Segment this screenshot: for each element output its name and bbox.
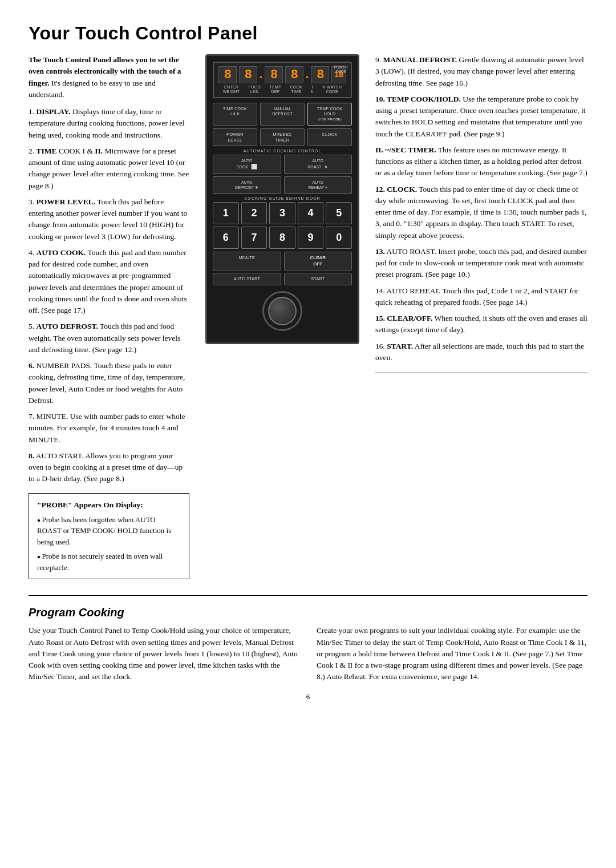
start-btn[interactable]: START: [284, 273, 352, 285]
num-btn-3[interactable]: 3: [269, 202, 295, 224]
item-7: 7. MINUTE. Use with number pads to enter…: [29, 411, 189, 446]
item-6: 6. NUMBER PADS. Touch these pads to ente…: [29, 360, 189, 406]
program-cooking-columns: Use your Touch Control Panel to Temp Coo…: [29, 625, 587, 683]
program-cooking-left: Use your Touch Control Panel to Temp Coo…: [29, 625, 299, 683]
cooking-guide-label: COOKING GUIDE BEHIND DOOR: [213, 196, 352, 200]
auto-cook-btn[interactable]: AUTO COOK ⬜: [213, 155, 281, 173]
minute-btn[interactable]: MINUTE: [213, 252, 281, 271]
item-12: 12. CLOCK. Touch this pad to enter time …: [375, 184, 587, 241]
item-2: 2. TIME COOK I & II. Microwave for a pre…: [29, 146, 189, 192]
auto-defrost-btn[interactable]: AUTO DEFROST ❄: [213, 176, 281, 195]
auto-row-1: AUTO COOK ⬜ AUTO ROAST ∧: [213, 155, 352, 173]
item-3: 3. POWER LEVEL. Touch this pad before en…: [29, 196, 189, 243]
auto-roast-btn[interactable]: AUTO ROAST ∧: [284, 155, 352, 173]
section-divider: [375, 373, 587, 373]
time-cook-btn[interactable]: TIME COOKI & II: [213, 103, 257, 126]
probe-list: Probe has been forgotten when AUTO ROAST…: [37, 514, 181, 574]
intro-paragraph: The Touch Control Panel allows you to se…: [29, 54, 189, 100]
digit-1: 8: [218, 66, 237, 83]
left-column: The Touch Control Panel allows you to se…: [29, 54, 200, 579]
item-13: 13. AUTO ROAST. Insert probe, touch this…: [375, 246, 587, 281]
probe-box: "PROBE" Appears On Display: Probe has be…: [29, 493, 189, 580]
item-4: 4. AUTO COOK. Touch this pad and then nu…: [29, 247, 189, 317]
num-btn-7[interactable]: 7: [241, 227, 268, 249]
auto-cooking-label: AUTOMATIC COOKING CONTROL: [213, 149, 352, 153]
display-row: POWERCODE 8 8 . 8 8 . 8 1B ENTERWEIGHT F…: [213, 62, 352, 98]
lbl-i: III: [311, 85, 314, 95]
colon-sep: .: [260, 65, 263, 83]
num-btn-6[interactable]: 6: [213, 227, 239, 249]
item-11: II. ~/SEC TIMER. This feature uses no mi…: [375, 144, 587, 179]
center-column: POWERCODE 8 8 . 8 8 . 8 1B ENTERWEIGHT F…: [200, 54, 365, 579]
page-number: 6: [29, 692, 587, 701]
numpad: 1 2 3 4 5 6 7 8 9 0: [213, 202, 352, 249]
button-row-2: POWERLEVEL MIN/SECTIMER CLOCK: [213, 128, 352, 147]
auto-start-btn[interactable]: AUTO START: [213, 273, 281, 285]
bottom-row-1: MINUTE CLEAROFF: [213, 252, 352, 271]
item-16: 16. START. After all selections are made…: [375, 341, 587, 364]
num-btn-9[interactable]: 9: [298, 227, 324, 249]
item-5: 5. AUTO DEFROST. Touch this pad and food…: [29, 321, 189, 356]
num-btn-2[interactable]: 2: [241, 202, 268, 224]
program-cooking-section: Program Cooking Use your Touch Control P…: [29, 595, 587, 683]
probe-title: "PROBE" Appears On Display:: [37, 499, 181, 511]
lbl-temp: TEMPDEF: [269, 85, 281, 95]
numbered-list-left: 1. DISPLAY. Displays time of day, time o…: [29, 106, 189, 485]
lbl-cook: COOKTIME: [290, 85, 302, 95]
digit-3: 8: [265, 66, 283, 83]
lbl-enter: ENTERWEIGHT: [223, 85, 240, 95]
item-15: 15. CLEAR/OFF. When touched, it shuts of…: [375, 313, 587, 336]
temp-cook-hold-btn[interactable]: TEMP COOKHOLD(USE PROBE): [307, 103, 352, 126]
clock-btn[interactable]: CLOCK: [307, 128, 352, 147]
digit-4: 8: [285, 66, 303, 83]
item-9: 9. MANUAL DEFROST. Gentle thawing at aut…: [375, 54, 587, 89]
display-labels: ENTERWEIGHT FOODLBS. TEMPDEF COOKTIME II…: [218, 85, 346, 95]
num-btn-0[interactable]: 0: [326, 227, 352, 249]
power-label: POWERCODE: [334, 65, 348, 74]
num-btn-8[interactable]: 8: [269, 227, 295, 249]
num-btn-1[interactable]: 1: [213, 202, 239, 224]
numbered-list-right: 9. MANUAL DEFROST. Gentle thawing at aut…: [375, 54, 587, 364]
power-level-btn[interactable]: POWERLEVEL: [213, 128, 257, 147]
oven-dial[interactable]: [262, 291, 302, 331]
item-8: 8. AUTO START. Allows you to program you…: [29, 450, 189, 485]
digit-5: 8: [311, 66, 329, 83]
item-1: 1. DISPLAY. Displays time of day, time o…: [29, 106, 189, 141]
colon-sep-2: .: [306, 65, 309, 83]
num-btn-5[interactable]: 5: [326, 202, 352, 224]
button-row-1: TIME COOKI & II MANUALDEFROST TEMP COOKH…: [213, 103, 352, 126]
program-cooking-title: Program Cooking: [29, 606, 587, 619]
auto-row-2: AUTO DEFROST ❄ AUTO REHEAT ≡: [213, 176, 352, 195]
program-cooking-right-text: Create your own programs to suit your in…: [317, 625, 587, 683]
lbl-food: FOODLBS.: [249, 85, 261, 95]
minsec-timer-btn[interactable]: MIN/SECTIMER: [260, 128, 305, 147]
oven-panel: POWERCODE 8 8 . 8 8 . 8 1B ENTERWEIGHT F…: [205, 54, 359, 344]
dial-inner: [268, 297, 297, 325]
clear-off-btn[interactable]: CLEAROFF: [284, 252, 352, 271]
page-title: Your Touch Control Panel: [29, 23, 587, 44]
item-14: 14. AUTO REHEAT. Touch this pad, Code 1 …: [375, 285, 587, 309]
num-btn-4[interactable]: 4: [298, 202, 324, 224]
auto-reheat-btn[interactable]: AUTO REHEAT ≡: [284, 176, 352, 195]
probe-item-1: Probe has been forgotten when AUTO ROAST…: [37, 514, 181, 548]
manual-defrost-btn[interactable]: MANUALDEFROST: [260, 103, 305, 126]
program-cooking-right: Create your own programs to suit your in…: [317, 625, 587, 683]
display-digits: 8 8 . 8 8 . 8 1B: [218, 66, 346, 83]
bottom-row-2: AUTO START START: [213, 273, 352, 285]
program-cooking-left-text: Use your Touch Control Panel to Temp Coo…: [29, 625, 299, 683]
probe-item-2: Probe is not securely seated in oven wal…: [37, 551, 181, 573]
right-column: 9. MANUAL DEFROST. Gentle thawing at aut…: [365, 54, 587, 579]
item-10: 10. TEMP COOK/HOLD. Use the temperature …: [375, 94, 587, 140]
digit-2: 8: [239, 66, 257, 83]
lbl-watch: N WATCHCODE: [322, 85, 342, 95]
